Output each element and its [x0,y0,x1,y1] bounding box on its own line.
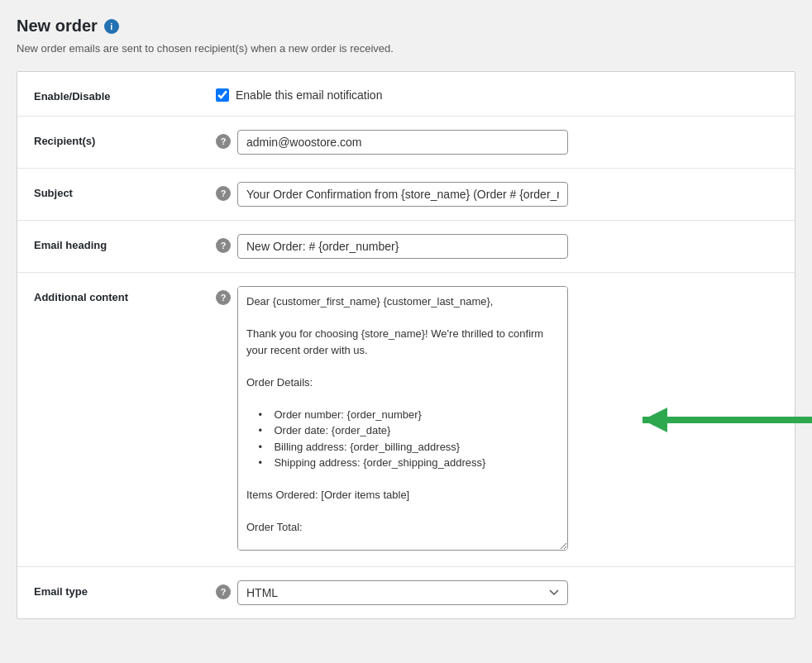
enable-checkbox-label: Enable this email notification [236,88,382,102]
recipients-control: ? [216,130,778,155]
arrow-indicator [618,399,812,441]
subject-help-icon[interactable]: ? [216,186,231,201]
page-title-row: New order i [17,17,795,36]
enable-disable-row: Enable/Disable Enable this email notific… [17,72,795,117]
subject-label: Subject [34,182,216,199]
subject-control: ? [216,182,778,207]
email-heading-control: ? [216,234,778,259]
recipients-input[interactable] [237,130,568,155]
additional-content-control: ? Dear {customer_first_name} {customer_l… [216,286,778,553]
enable-disable-control: Enable this email notification [216,85,778,102]
svg-marker-1 [642,408,667,432]
additional-content-help-icon[interactable]: ? [216,290,231,305]
subject-input[interactable] [237,182,568,207]
additional-content-row: Additional content ? Dear {customer_firs… [17,273,795,567]
email-heading-label: Email heading [34,234,216,251]
email-type-row: Email type ? HTML Plain text Multipart [17,567,795,618]
recipients-row: Recipient(s) ? [17,117,795,169]
textarea-wrapper: Dear {customer_first_name} {customer_las… [237,286,568,553]
subject-row: Subject ? [17,169,795,221]
settings-table: Enable/Disable Enable this email notific… [17,71,795,619]
additional-content-textarea[interactable]: Dear {customer_first_name} {customer_las… [237,286,568,551]
email-heading-inner [237,234,778,259]
page-description: New order emails are sent to chosen reci… [17,42,795,55]
arrow-svg [618,399,812,441]
email-type-inner: HTML Plain text Multipart [237,580,778,605]
recipients-label: Recipient(s) [34,130,216,147]
recipients-help-icon[interactable]: ? [216,134,231,149]
email-type-label: Email type [34,580,216,598]
email-type-help-icon[interactable]: ? [216,584,231,599]
enable-disable-label: Enable/Disable [34,85,216,103]
email-type-control: ? HTML Plain text Multipart [216,580,778,605]
subject-inner [237,182,778,207]
email-heading-row: Email heading ? [17,221,795,273]
enable-checkbox[interactable] [216,88,229,102]
additional-content-inner: Dear {customer_first_name} {customer_las… [237,286,778,553]
additional-content-label: Additional content [34,286,216,303]
enable-disable-inner: Enable this email notification [216,85,778,102]
page-wrapper: New order i New order emails are sent to… [0,0,812,663]
recipients-inner [237,130,778,155]
info-badge-icon[interactable]: i [104,19,119,34]
enable-checkbox-row: Enable this email notification [216,85,778,102]
email-type-select[interactable]: HTML Plain text Multipart [237,580,568,605]
email-heading-help-icon[interactable]: ? [216,238,231,253]
email-heading-input[interactable] [237,234,568,259]
page-title: New order [17,17,98,36]
